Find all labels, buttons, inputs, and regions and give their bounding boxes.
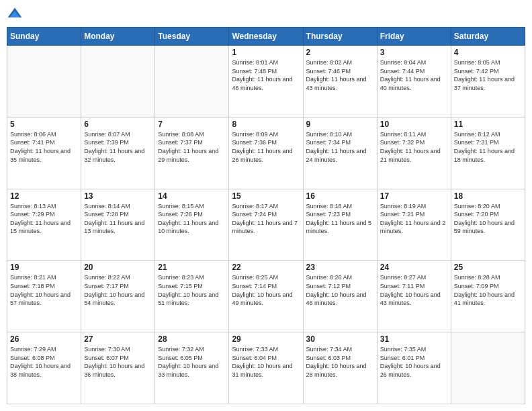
- day-info: Sunrise: 8:20 AM Sunset: 7:20 PM Dayligh…: [454, 202, 522, 236]
- day-number: 10: [380, 120, 448, 129]
- day-info: Sunrise: 8:19 AM Sunset: 7:21 PM Dayligh…: [380, 202, 448, 236]
- day-cell: 3Sunrise: 8:04 AM Sunset: 7:44 PM Daylig…: [377, 46, 451, 118]
- day-cell: 5Sunrise: 8:06 AM Sunset: 7:41 PM Daylig…: [7, 117, 81, 189]
- weekday-header-saturday: Saturday: [451, 28, 525, 46]
- day-cell: 24Sunrise: 8:27 AM Sunset: 7:11 PM Dayli…: [377, 261, 451, 332]
- day-info: Sunrise: 8:04 AM Sunset: 7:44 PM Dayligh…: [380, 58, 448, 92]
- day-cell: 16Sunrise: 8:18 AM Sunset: 7:23 PM Dayli…: [303, 189, 377, 261]
- day-number: 7: [158, 120, 226, 129]
- day-info: Sunrise: 8:06 AM Sunset: 7:41 PM Dayligh…: [10, 130, 78, 164]
- header: [7, 7, 525, 23]
- day-info: Sunrise: 8:21 AM Sunset: 7:18 PM Dayligh…: [10, 273, 78, 307]
- day-number: 14: [158, 191, 226, 201]
- weekday-header-row: SundayMondayTuesdayWednesdayThursdayFrid…: [7, 28, 525, 46]
- day-info: Sunrise: 7:34 AM Sunset: 6:03 PM Dayligh…: [306, 345, 374, 379]
- day-info: Sunrise: 8:01 AM Sunset: 7:48 PM Dayligh…: [232, 58, 300, 92]
- day-info: Sunrise: 8:28 AM Sunset: 7:09 PM Dayligh…: [454, 273, 522, 307]
- day-number: 8: [232, 120, 300, 129]
- day-number: 15: [232, 191, 300, 201]
- day-info: Sunrise: 8:07 AM Sunset: 7:39 PM Dayligh…: [84, 130, 152, 164]
- day-number: 29: [232, 334, 300, 344]
- day-number: 27: [84, 334, 152, 344]
- day-cell: 28Sunrise: 7:32 AM Sunset: 6:05 PM Dayli…: [155, 332, 229, 404]
- weekday-header-monday: Monday: [81, 28, 155, 46]
- day-info: Sunrise: 8:23 AM Sunset: 7:15 PM Dayligh…: [158, 273, 226, 307]
- day-number: 25: [454, 263, 522, 272]
- day-info: Sunrise: 7:30 AM Sunset: 6:07 PM Dayligh…: [84, 345, 152, 379]
- week-row-3: 12Sunrise: 8:13 AM Sunset: 7:29 PM Dayli…: [7, 189, 525, 261]
- day-cell: 27Sunrise: 7:30 AM Sunset: 6:07 PM Dayli…: [81, 332, 155, 404]
- day-info: Sunrise: 8:26 AM Sunset: 7:12 PM Dayligh…: [306, 273, 374, 307]
- day-number: 5: [10, 120, 78, 129]
- day-cell: 29Sunrise: 7:33 AM Sunset: 6:04 PM Dayli…: [229, 332, 303, 404]
- day-cell: 11Sunrise: 8:12 AM Sunset: 7:31 PM Dayli…: [451, 117, 525, 189]
- day-cell: 8Sunrise: 8:09 AM Sunset: 7:36 PM Daylig…: [229, 117, 303, 189]
- day-cell: 15Sunrise: 8:17 AM Sunset: 7:24 PM Dayli…: [229, 189, 303, 261]
- day-number: 6: [84, 120, 152, 129]
- weekday-header-wednesday: Wednesday: [229, 28, 303, 46]
- page: SundayMondayTuesdayWednesdayThursdayFrid…: [0, 0, 532, 411]
- week-row-2: 5Sunrise: 8:06 AM Sunset: 7:41 PM Daylig…: [7, 117, 525, 189]
- day-cell: 7Sunrise: 8:08 AM Sunset: 7:37 PM Daylig…: [155, 117, 229, 189]
- day-info: Sunrise: 8:18 AM Sunset: 7:23 PM Dayligh…: [306, 202, 374, 236]
- day-number: 24: [380, 263, 448, 272]
- day-number: 19: [10, 263, 78, 272]
- day-info: Sunrise: 7:35 AM Sunset: 6:01 PM Dayligh…: [380, 345, 448, 379]
- day-number: 21: [158, 263, 226, 272]
- day-number: 11: [454, 120, 522, 129]
- day-number: 12: [10, 191, 78, 201]
- day-info: Sunrise: 8:13 AM Sunset: 7:29 PM Dayligh…: [10, 202, 78, 236]
- day-number: 1: [232, 48, 300, 57]
- logo-icon: [7, 7, 23, 23]
- day-number: 18: [454, 191, 522, 201]
- day-cell: 12Sunrise: 8:13 AM Sunset: 7:29 PM Dayli…: [7, 189, 81, 261]
- day-info: Sunrise: 8:05 AM Sunset: 7:42 PM Dayligh…: [454, 58, 522, 92]
- day-number: 22: [232, 263, 300, 272]
- day-info: Sunrise: 8:11 AM Sunset: 7:32 PM Dayligh…: [380, 130, 448, 164]
- week-row-1: 1Sunrise: 8:01 AM Sunset: 7:48 PM Daylig…: [7, 46, 525, 118]
- day-info: Sunrise: 8:09 AM Sunset: 7:36 PM Dayligh…: [232, 130, 300, 164]
- day-cell: 2Sunrise: 8:02 AM Sunset: 7:46 PM Daylig…: [303, 46, 377, 118]
- day-number: 20: [84, 263, 152, 272]
- day-info: Sunrise: 8:25 AM Sunset: 7:14 PM Dayligh…: [232, 273, 300, 307]
- day-info: Sunrise: 8:14 AM Sunset: 7:28 PM Dayligh…: [84, 202, 152, 236]
- weekday-header-tuesday: Tuesday: [155, 28, 229, 46]
- day-cell: 9Sunrise: 8:10 AM Sunset: 7:34 PM Daylig…: [303, 117, 377, 189]
- weekday-header-thursday: Thursday: [303, 28, 377, 46]
- calendar-table: SundayMondayTuesdayWednesdayThursdayFrid…: [7, 27, 525, 404]
- day-cell: 31Sunrise: 7:35 AM Sunset: 6:01 PM Dayli…: [377, 332, 451, 404]
- weekday-header-friday: Friday: [377, 28, 451, 46]
- weekday-header-sunday: Sunday: [7, 28, 81, 46]
- day-number: 2: [306, 48, 374, 57]
- day-cell: 26Sunrise: 7:29 AM Sunset: 6:08 PM Dayli…: [7, 332, 81, 404]
- day-info: Sunrise: 8:27 AM Sunset: 7:11 PM Dayligh…: [380, 273, 448, 307]
- day-number: 28: [158, 334, 226, 344]
- day-cell: 17Sunrise: 8:19 AM Sunset: 7:21 PM Dayli…: [377, 189, 451, 261]
- day-info: Sunrise: 8:22 AM Sunset: 7:17 PM Dayligh…: [84, 273, 152, 307]
- day-info: Sunrise: 8:12 AM Sunset: 7:31 PM Dayligh…: [454, 130, 522, 164]
- day-cell: 21Sunrise: 8:23 AM Sunset: 7:15 PM Dayli…: [155, 261, 229, 332]
- day-number: 23: [306, 263, 374, 272]
- day-cell: 10Sunrise: 8:11 AM Sunset: 7:32 PM Dayli…: [377, 117, 451, 189]
- day-number: 4: [454, 48, 522, 57]
- day-cell: 6Sunrise: 8:07 AM Sunset: 7:39 PM Daylig…: [81, 117, 155, 189]
- day-cell: 23Sunrise: 8:26 AM Sunset: 7:12 PM Dayli…: [303, 261, 377, 332]
- day-info: Sunrise: 8:10 AM Sunset: 7:34 PM Dayligh…: [306, 130, 374, 164]
- day-info: Sunrise: 7:32 AM Sunset: 6:05 PM Dayligh…: [158, 345, 226, 379]
- day-cell: [7, 46, 81, 118]
- day-number: 26: [10, 334, 78, 344]
- day-cell: [155, 46, 229, 118]
- day-cell: [81, 46, 155, 118]
- day-cell: 20Sunrise: 8:22 AM Sunset: 7:17 PM Dayli…: [81, 261, 155, 332]
- week-row-4: 19Sunrise: 8:21 AM Sunset: 7:18 PM Dayli…: [7, 261, 525, 332]
- day-number: 16: [306, 191, 374, 201]
- day-cell: 1Sunrise: 8:01 AM Sunset: 7:48 PM Daylig…: [229, 46, 303, 118]
- day-cell: 4Sunrise: 8:05 AM Sunset: 7:42 PM Daylig…: [451, 46, 525, 118]
- day-info: Sunrise: 8:02 AM Sunset: 7:46 PM Dayligh…: [306, 58, 374, 92]
- day-number: 13: [84, 191, 152, 201]
- day-info: Sunrise: 8:08 AM Sunset: 7:37 PM Dayligh…: [158, 130, 226, 164]
- day-cell: 18Sunrise: 8:20 AM Sunset: 7:20 PM Dayli…: [451, 189, 525, 261]
- day-info: Sunrise: 7:33 AM Sunset: 6:04 PM Dayligh…: [232, 345, 300, 379]
- day-cell: 14Sunrise: 8:15 AM Sunset: 7:26 PM Dayli…: [155, 189, 229, 261]
- day-info: Sunrise: 8:17 AM Sunset: 7:24 PM Dayligh…: [232, 202, 300, 236]
